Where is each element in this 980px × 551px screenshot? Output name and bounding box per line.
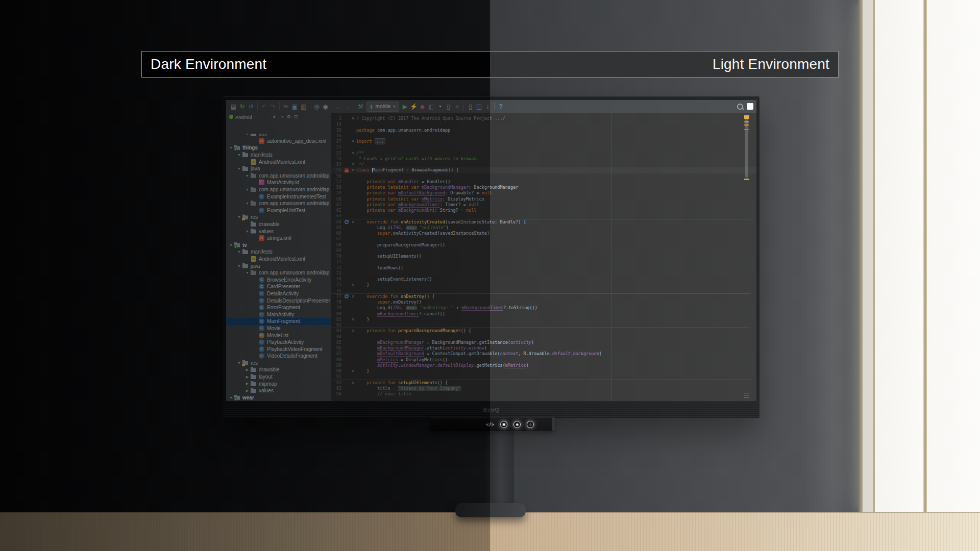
find-icon[interactable]: ◎: [312, 101, 321, 113]
input-source-icon[interactable]: ▣: [500, 421, 507, 428]
tree-item-drawable[interactable]: drawable: [226, 221, 331, 228]
tree-item-cardpresenter[interactable]: CardPresenter: [226, 283, 331, 290]
tree-item-movie[interactable]: Movie: [226, 325, 331, 332]
refresh-icon[interactable]: ↺: [247, 101, 255, 113]
fold-plus-icon[interactable]: ⊞: [350, 116, 356, 121]
tree-item-wear[interactable]: ▼wear: [226, 394, 331, 401]
notifications-icon[interactable]: [747, 103, 753, 110]
tree-item-mainfragment[interactable]: MainFragment: [226, 318, 331, 325]
expand-arrow-icon[interactable]: ▼: [236, 250, 242, 254]
expand-arrow-icon[interactable]: ▼: [244, 134, 250, 136]
apply-changes-icon[interactable]: ⚡: [409, 101, 418, 113]
fold-minus-icon[interactable]: ⊟: [350, 151, 356, 156]
tree-item-manifests[interactable]: ▼manifests: [226, 248, 331, 256]
tree-item-layout[interactable]: ▶layout: [226, 373, 331, 381]
fold-plus-icon[interactable]: ⊞: [350, 139, 356, 144]
logcat-icon[interactable]: ◫: [475, 101, 483, 113]
expand-arrow-icon[interactable]: ▼: [228, 146, 234, 149]
expand-arrow-icon[interactable]: ▼: [236, 153, 242, 157]
expand-arrow-icon[interactable]: ▼: [244, 271, 250, 274]
expand-arrow-icon[interactable]: ▼: [244, 174, 250, 178]
fold-minus-icon[interactable]: ⊟: [350, 317, 356, 322]
tree-item-com-app-umanusorn-androidap[interactable]: ▼com.app.umanusorn.androidap: [226, 172, 331, 180]
tree-item-values[interactable]: ▶values: [226, 387, 331, 394]
light-sensor-icon[interactable]: ☼: [527, 421, 534, 428]
fold-minus-icon[interactable]: ⊟: [350, 167, 356, 173]
chevron-down-icon[interactable]: ▼: [273, 115, 276, 119]
override-gutter-icon[interactable]: [344, 294, 350, 299]
run-config-selector[interactable]: ❚mobile▼: [366, 102, 399, 112]
tree-item-mipmap[interactable]: ▶mipmap: [226, 380, 331, 387]
tree-item-automotive-app-desc-xml[interactable]: automotive_app_desc.xml: [226, 138, 331, 145]
scrollbar-thumb[interactable]: [745, 117, 748, 178]
locate-file-icon[interactable]: ÷: [281, 114, 284, 119]
tree-item-tv[interactable]: ▼tv: [226, 242, 331, 249]
tree-item-browseerroractivity[interactable]: BrowseErrorActivity: [226, 276, 331, 283]
fold-minus-icon[interactable]: ⊟: [350, 368, 356, 374]
tree-item-errorfragment[interactable]: ErrorFragment: [226, 304, 331, 311]
redo-icon[interactable]: ↷: [268, 101, 277, 113]
tree-item-videodetailsfragment[interactable]: VideoDetailsFragment: [226, 353, 331, 360]
tree-item-detailsactivity[interactable]: DetailsActivity: [226, 290, 331, 297]
sdk-manager-icon[interactable]: ↓: [483, 101, 492, 113]
tree-item-com-app-umanusorn-androidap[interactable]: ▼com.app.umanusorn.androidap: [226, 186, 331, 193]
tree-item-exampleinstrumentedtest[interactable]: ExampleInstrumentedTest: [226, 193, 331, 200]
tree-item-xml[interactable]: ▼xml: [226, 134, 331, 138]
stop-icon[interactable]: ■: [453, 101, 461, 113]
layout-inspector-icon[interactable]: ▯: [466, 101, 475, 113]
expand-arrow-icon[interactable]: ▼: [236, 361, 242, 365]
settings-icon[interactable]: ⚙: [287, 114, 291, 119]
tree-item-things[interactable]: ▼things: [226, 144, 331, 152]
save-icon[interactable]: ▤: [229, 101, 238, 113]
collapse-arrow-icon[interactable]: ▶: [244, 368, 250, 372]
run-icon[interactable]: ▶: [401, 101, 409, 113]
expand-arrow-icon[interactable]: ▼: [236, 264, 242, 268]
tree-item-res[interactable]: ▼res: [226, 360, 331, 367]
tree-item-detailsdescriptionpresenter[interactable]: DetailsDescriptionPresenter: [226, 297, 331, 304]
project-view-selector[interactable]: Android: [235, 114, 252, 120]
expand-arrow-icon[interactable]: ▼: [244, 230, 250, 233]
tree-item-values[interactable]: ▼values: [226, 228, 331, 235]
brightness-icon[interactable]: ◉: [513, 421, 521, 428]
fold-minus-icon[interactable]: ⊟: [350, 328, 356, 334]
undo-icon[interactable]: ↶: [260, 101, 268, 113]
gauge-icon[interactable]: ◔: [435, 101, 444, 113]
tree-item-com-app-umanusorn-androidap[interactable]: ▼com.app.umanusorn.androidap: [226, 269, 331, 277]
paste-icon[interactable]: ▥: [299, 101, 308, 113]
collapse-arrow-icon[interactable]: ▶: [244, 375, 250, 379]
forward-icon[interactable]: →: [343, 101, 352, 113]
fold-minus-icon[interactable]: ⊟: [350, 380, 356, 386]
expand-arrow-icon[interactable]: ▼: [228, 396, 234, 399]
expand-arrow-icon[interactable]: ▼: [244, 188, 250, 191]
tree-item-mainactivity-kt[interactable]: MainActivity.kt: [226, 179, 331, 186]
fold-minus-icon[interactable]: ⊟: [350, 219, 356, 225]
tree-item-java[interactable]: ▼java: [226, 262, 331, 269]
tree-item-java[interactable]: ▼java: [226, 165, 331, 172]
help-icon[interactable]: ?: [497, 101, 505, 113]
debug-icon[interactable]: ◆: [418, 101, 427, 113]
tree-item-com-app-umanusorn-androidap[interactable]: ▼com.app.umanusorn.androidap: [226, 200, 331, 207]
back-icon[interactable]: ←: [334, 101, 343, 113]
profiler-icon[interactable]: ◧: [427, 101, 435, 113]
override-gutter-icon[interactable]: [344, 219, 350, 225]
collapse-arrow-icon[interactable]: ▶: [244, 389, 250, 393]
find-in-path-icon[interactable]: ◉: [321, 101, 330, 113]
tree-item-playbackvideofragment[interactable]: PlaybackVideoFragment: [226, 345, 331, 353]
expand-arrow-icon[interactable]: ▼: [236, 215, 242, 219]
expand-arrow-icon[interactable]: ▼: [244, 202, 250, 205]
tree-item-strings-xml[interactable]: strings.xml: [226, 235, 331, 242]
cut-icon[interactable]: ✂: [282, 101, 290, 113]
build-icon[interactable]: ⚒: [356, 101, 365, 113]
fold-minus-icon[interactable]: ⊟: [350, 294, 356, 299]
tree-item-androidmanifest-xml[interactable]: AndroidManifest.xml: [226, 256, 331, 263]
tree-item-androidmanifest-xml[interactable]: AndroidManifest.xml: [226, 158, 331, 165]
class-gutter-icon[interactable]: [344, 167, 350, 173]
code-editor[interactable]: 1⊞/ Copyright (C) 2017 The Android Open …: [331, 113, 756, 401]
tree-item-manifests[interactable]: ▼manifests: [226, 152, 331, 159]
collapse-all-icon[interactable]: ⊟: [294, 114, 298, 119]
tree-item-mainactivity[interactable]: MainActivity: [226, 311, 331, 318]
run-device-icon[interactable]: ▯: [444, 101, 453, 113]
sync-project-icon[interactable]: ↻: [238, 101, 247, 113]
fold-minus-icon[interactable]: ⊟: [350, 282, 356, 288]
fold-minus-icon[interactable]: ⊟: [350, 162, 356, 167]
